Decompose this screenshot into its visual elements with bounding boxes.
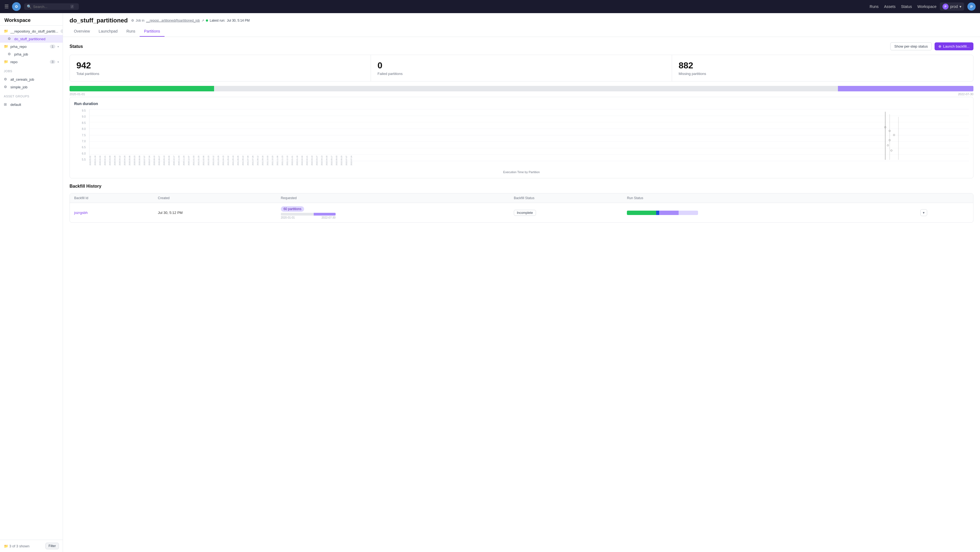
sidebar-item-prha-job[interactable]: ⚙ prha_job (0, 50, 63, 58)
sidebar-footer: 📁 3 of 3 shown Filter (0, 540, 63, 552)
tab-runs[interactable]: Runs (122, 26, 140, 36)
x-label-27: 2021-04-15 (222, 155, 227, 165)
workspace-switcher[interactable]: P prod ▾ (940, 2, 964, 11)
plus-icon: ⊕ (939, 44, 942, 48)
sidebar-item-repo1[interactable]: 📁 __repository_do_stuff_partiti... 1 ▾ (0, 27, 63, 35)
x-label-3: 2020-02-21 (104, 155, 109, 165)
search-input[interactable] (33, 5, 69, 9)
tab-overview[interactable]: Overview (70, 26, 94, 36)
stat-missing-label: Missing partitions (679, 72, 967, 76)
sidebar-item-prha-repo[interactable]: 📁 prha_repo 1 ▾ (0, 43, 63, 50)
status-dot (206, 19, 208, 22)
chart-plot (89, 109, 969, 161)
x-label-52: 2022-07-07 (345, 155, 350, 165)
chart-title: Run duration (74, 102, 969, 106)
x-label-16: 2020-09-30 (168, 155, 173, 165)
x-label-17: 2020-10-17 (173, 155, 178, 165)
backfill-table: Backfill Id Created Requested Backfill S… (70, 194, 973, 222)
x-label-36: 2021-10-03 (267, 155, 272, 165)
slash-badge: / (70, 5, 74, 8)
sidebar-default-label: default (10, 103, 59, 107)
nav-status[interactable]: Status (901, 5, 912, 9)
sidebar-prha-repo-label: prha_repo (10, 44, 48, 49)
run-status-success (627, 211, 656, 215)
col-created: Created (154, 194, 277, 203)
chevron-down-icon3: ▾ (57, 60, 59, 63)
sidebar-simple-job-label: simple_job (10, 85, 59, 89)
x-label-6: 2020-04-12 (119, 155, 124, 165)
user-menu[interactable]: P (967, 2, 975, 11)
x-label-9: 2020-05-23 (134, 155, 138, 165)
x-label-50: 2022-06-03 (336, 155, 340, 165)
cell-requested: 60 partitions 2020-01-01 2022-07-30 (277, 203, 509, 223)
asset-groups-section: ⊞ default (0, 99, 63, 110)
x-label-4: 2020-03-09 (109, 155, 114, 165)
x-label-18: 2020-11-03 (178, 155, 183, 165)
partition-bar-labels: 2020-01-01 2022-07-30 (70, 92, 974, 96)
x-label-10: 2020-06-09 (138, 155, 143, 165)
table-row: jozrgsbh Jul 30, 5:12 PM 60 partitions (70, 203, 973, 223)
backfill-table-container: Backfill Id Created Requested Backfill S… (70, 193, 974, 223)
x-label-51: 2022-06-20 (340, 155, 345, 165)
x-label-47: 2022-04-13 (321, 155, 326, 165)
asset-groups-label: Asset Groups (0, 92, 63, 99)
x-label-20: 2020-12-07 (188, 155, 193, 165)
tab-partitions[interactable]: Partitions (140, 26, 164, 36)
job-header: do_stuff_partitioned ⚙ Job in __reposi..… (63, 13, 980, 37)
sidebar-repo-label: repo (10, 60, 48, 64)
stat-failed-label: Failed partitions (377, 72, 665, 76)
nav-workspace[interactable]: Workspace (917, 5, 937, 9)
sidebar-item-repo[interactable]: 📁 repo 3 ▾ (0, 58, 63, 66)
x-label-38: 2021-11-06 (277, 155, 282, 165)
job-icon2: ⚙ (8, 52, 12, 56)
filter-button[interactable]: Filter (45, 543, 59, 549)
y-label-1: 9.0 (82, 115, 86, 118)
job-meta-link[interactable]: __reposi...artitioned@partitioned_job (146, 19, 200, 22)
chart-area: 9.5 9.0 8.5 8.0 7.5 7.0 6.5 6.0 5.5 (74, 109, 969, 169)
topnav: ☰ 🔍 / Runs Assets Status Workspace P pro… (0, 0, 980, 13)
launch-backfill-button[interactable]: ⊕ Launch backfill... (935, 43, 974, 50)
stats-grid: 942 Total partitions 0 Failed partitions… (70, 55, 974, 81)
expand-row-button[interactable]: ▾ (920, 209, 927, 216)
show-per-step-button[interactable]: Show per-step status (890, 43, 932, 50)
y-label-6: 6.5 (82, 146, 86, 149)
backfill-title: Backfill History (70, 184, 974, 189)
x-label-41: 2022-01-01 (291, 155, 296, 165)
x-label-53: 2022-07-24 (350, 155, 355, 165)
hamburger-icon[interactable]: ☰ (5, 3, 9, 10)
jobs-section: ⚙ all_cereals_job ⚙ simple_job (0, 74, 63, 92)
job-meta: ⚙ Job in __reposi...artitioned@partition… (131, 19, 250, 22)
sidebar-repo1-count: 1 (60, 29, 63, 33)
col-backfill-id: Backfill Id (70, 194, 154, 203)
chevron-down-icon2: ▾ (57, 45, 59, 48)
cell-backfill-id: jozrgsbh (70, 203, 154, 223)
sidebar-item-default[interactable]: ⊞ default (0, 101, 63, 108)
backfill-id-link[interactable]: jozrgsbh (74, 211, 88, 215)
stat-total-number: 942 (76, 60, 364, 71)
backfill-section: Backfill History Backfill Id Created Req… (70, 184, 974, 223)
x-label-2: 2020-02-04 (99, 155, 104, 165)
sidebar-do-stuff-label: do_stuff_partitioned (14, 37, 59, 41)
partitions-content: Status Show per-step status ⊕ Launch bac… (63, 37, 980, 228)
col-backfill-status: Backfill Status (509, 194, 623, 203)
sidebar-item-do-stuff[interactable]: ⚙ do_stuff_partitioned (0, 35, 63, 43)
nav-assets[interactable]: Assets (884, 5, 896, 9)
y-label-7: 6.0 (82, 152, 86, 155)
table-head: Backfill Id Created Requested Backfill S… (70, 194, 973, 203)
tab-launchpad[interactable]: Launchpad (94, 26, 122, 36)
cell-expand: ▾ (916, 203, 973, 223)
x-label-22: 2021-01-20 (198, 155, 202, 165)
nav-runs[interactable]: Runs (870, 5, 879, 9)
workspace-chevron-icon: ▾ (959, 5, 961, 9)
sidebar-all-cereals-label: all_cereals_job (10, 78, 59, 81)
sidebar-item-all-cereals[interactable]: ⚙ all_cereals_job (0, 76, 63, 83)
partition-bar[interactable] (70, 86, 974, 91)
partition-bar-success (70, 86, 214, 91)
x-label-19: 2020-11-20 (183, 155, 188, 165)
status-badge: Incomplete (514, 210, 536, 216)
job-icon-meta: ⚙ (131, 19, 134, 22)
x-label-13: 2020-08-10 (153, 155, 158, 165)
sidebar-item-simple-job[interactable]: ⚙ simple_job (0, 83, 63, 91)
search-bar[interactable]: 🔍 / (24, 3, 79, 10)
x-label-39: 2021-11-23 (282, 155, 286, 165)
